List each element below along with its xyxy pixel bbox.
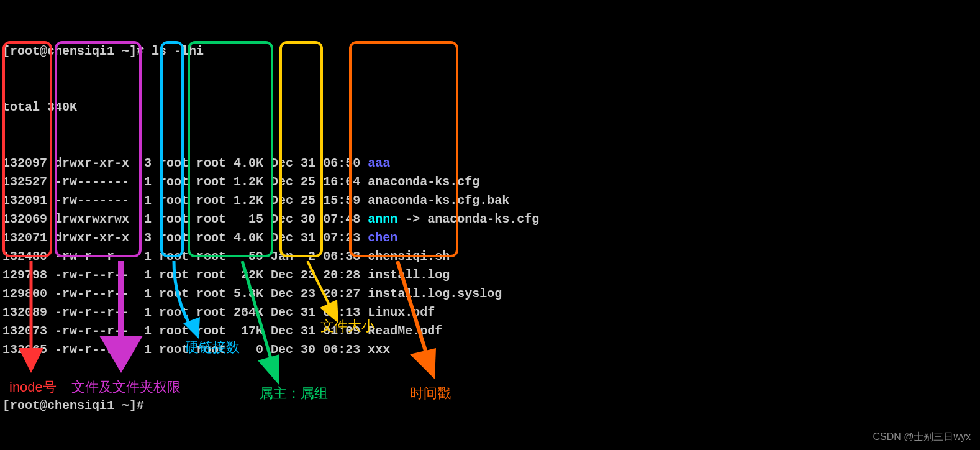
filename-cell: chen [360, 231, 397, 245]
watermark: CSDN @士别三日wyx [873, 431, 971, 444]
owner-cell: root root [152, 175, 226, 189]
perm-cell: lrwxrwxrwx [47, 212, 129, 226]
file-row: 132097 drwxr-xr-x 3 root root 4.0K Dec 3… [2, 154, 978, 173]
label-date: 时间戳 [410, 384, 451, 403]
terminal-output: [root@chensiqi1 ~]# ls -lhi total 340K 1… [0, 0, 980, 439]
links-cell: 1 [129, 212, 152, 226]
size-cell: 1.2K [226, 175, 263, 189]
svg-line-7 [307, 261, 332, 311]
arrow-orange [385, 261, 447, 379]
perm-cell: -rw------- [47, 193, 129, 208]
inode-cell: 132071 [2, 231, 47, 245]
size-cell: 1.2K [226, 193, 263, 208]
file-row: 129800 -rw-r--r-- 1 root root 5.8K Dec 2… [2, 285, 978, 303]
command-prompt[interactable]: [root@chensiqi1 ~]# [2, 397, 978, 415]
label-links: 硬链接数 [185, 338, 240, 357]
date-cell: Dec 31 07:23 [263, 231, 360, 245]
filename-cell: annn [360, 212, 397, 226]
file-row: 132480 -rw-r--r-- 1 root root 59 Jan 2 0… [2, 247, 978, 266]
links-cell: 3 [129, 231, 152, 245]
links-cell: 3 [129, 156, 152, 170]
filename-cell: anaconda-ks.cfg [360, 175, 479, 189]
file-row: 132089 -rw-r--r-- 1 root root 264K Dec 3… [2, 303, 978, 322]
svg-line-9 [397, 261, 429, 360]
label-owner: 属主：属组 [260, 384, 328, 403]
date-cell: Dec 25 16:04 [263, 175, 360, 189]
svg-marker-10 [410, 348, 436, 379]
file-row: 132071 drwxr-xr-x 3 root root 4.0K Dec 3… [2, 229, 978, 247]
arrow-red [12, 261, 50, 373]
inode-cell: 132091 [2, 193, 47, 208]
command-line: [root@chensiqi1 ~]# ls -lhi [2, 42, 978, 61]
perm-cell: drwxr-xr-x [47, 231, 129, 245]
owner-cell: root root [152, 212, 226, 226]
file-row: 132073 -rw-r--r-- 1 root root 17K Dec 31… [2, 322, 978, 341]
arrow-green [230, 261, 292, 385]
label-size: 文件大小 [320, 317, 375, 336]
svg-marker-3 [99, 336, 143, 373]
svg-marker-1 [19, 348, 43, 373]
links-cell: 1 [129, 175, 152, 189]
file-row: 132069 lrwxrwxrwx 1 root root 15 Dec 30 … [2, 210, 978, 229]
size-cell: 15 [226, 212, 263, 226]
perm-cell: -rw------- [47, 175, 129, 189]
inode-cell: 132097 [2, 156, 47, 170]
date-cell: Dec 31 06:50 [263, 156, 360, 170]
size-cell: 4.0K [226, 156, 263, 170]
file-row: 132091 -rw------- 1 root root 1.2K Dec 2… [2, 191, 978, 210]
label-inode: inode号 [9, 378, 57, 397]
svg-marker-6 [258, 354, 279, 385]
size-cell: 4.0K [226, 231, 263, 245]
link-target: -> anaconda-ks.cfg [397, 212, 539, 226]
filename-cell: aaa [360, 156, 390, 170]
label-perm: 文件及文件夹权限 [71, 378, 181, 397]
date-cell: Dec 25 15:59 [263, 193, 360, 208]
total-line: total 340K [2, 98, 978, 117]
inode-cell: 132527 [2, 175, 47, 189]
inode-cell: 132069 [2, 212, 47, 226]
arrow-magenta [96, 261, 146, 373]
owner-cell: root root [152, 156, 226, 170]
file-row: 132527 -rw------- 1 root root 1.2K Dec 2… [2, 173, 978, 191]
owner-cell: root root [152, 193, 226, 208]
date-cell: Dec 30 07:48 [263, 212, 360, 226]
arrow-cyan [161, 261, 211, 342]
svg-marker-4 [183, 317, 200, 339]
svg-line-5 [242, 261, 273, 367]
perm-cell: drwxr-xr-x [47, 156, 129, 170]
filename-cell: anaconda-ks.cfg.bak [360, 193, 509, 208]
owner-cell: root root [152, 231, 226, 245]
links-cell: 1 [129, 193, 152, 208]
file-row: 132065 -rw-r--r-- 1 root root 0 Dec 30 0… [2, 341, 978, 359]
file-row: 129798 -rw-r--r-- 1 root root 22K Dec 23… [2, 266, 978, 285]
